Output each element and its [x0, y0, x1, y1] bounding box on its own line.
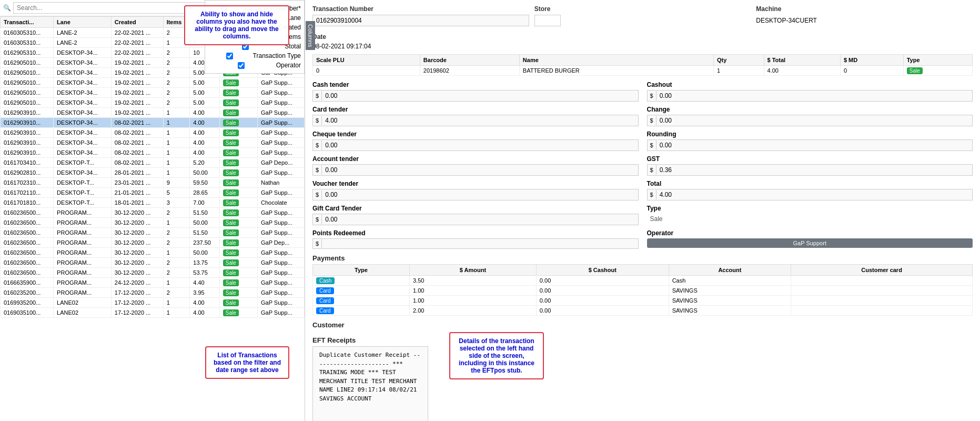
table-row[interactable]: 0162903910...DESKTOP-34...08-02-2021 ...… [1, 128, 305, 138]
created-cell: 22-02-2021 ... [111, 48, 163, 58]
lane-cell: DESKTOP-34... [54, 98, 112, 108]
total-prefix: $ [648, 190, 656, 199]
columns-tab[interactable]: Columns [306, 21, 315, 50]
operator-cell: GaP Supp... [257, 228, 304, 238]
payment-type-cell: Card [313, 296, 410, 306]
operator-button[interactable]: GaP Support [647, 238, 973, 248]
items-cell: 2 [163, 98, 190, 108]
cheque-tender-item: Cheque tender $ 0.00 [312, 131, 639, 151]
type-cell: Sale [219, 198, 257, 208]
table-row[interactable]: 0162905010...DESKTOP-34...19-02-2021 ...… [1, 98, 305, 108]
payment-type-cell: Card [313, 306, 410, 316]
operator-cell: GaP Supp... [257, 248, 304, 258]
operator-cell: GaP Dep... [257, 238, 304, 248]
table-row[interactable]: 0160236500...PROGRAM...30-12-2020 ...251… [1, 208, 305, 218]
operator-cell: GaP Supp... [257, 288, 304, 298]
transaction-id-cell: 0162905010... [1, 68, 54, 78]
stotal-cell: 3.95 [190, 288, 220, 298]
items-cell: 2 [163, 268, 190, 278]
voucher-tender-item: Voucher tender $ 0.00 [312, 180, 639, 201]
table-row[interactable]: 0160236500...PROGRAM...30-12-2020 ...213… [1, 258, 305, 268]
type-cell: Sale [219, 288, 257, 298]
stotal-cell: 5.20 [190, 158, 220, 168]
gst-value: 0.36 [656, 165, 675, 175]
table-row[interactable]: 0160236500...PROGRAM...30-12-2020 ...251… [1, 228, 305, 238]
type-cell: Sale [219, 308, 257, 318]
eft-receipts-header: EFT Receipts [312, 336, 428, 344]
items-cell: 2 [163, 238, 190, 248]
items-cell: 1 [163, 118, 190, 128]
stotal-cell: 28.65 [190, 188, 220, 198]
table-row[interactable]: 0161702310...DESKTOP-T...23-01-2021 ...9… [1, 178, 305, 188]
operator-cell: GaP Supp... [257, 98, 304, 108]
items-cell: 1 [163, 308, 190, 318]
stotal-cell: 4.40 [190, 278, 220, 288]
column-checkbox[interactable] [208, 53, 251, 59]
type-cell: Sale [219, 128, 257, 138]
created-cell: 30-12-2020 ... [111, 268, 163, 278]
created-cell: 22-02-2021 ... [111, 38, 163, 48]
table-row[interactable]: 0169035100...LANE0217-12-2020 ...14.00Sa… [1, 308, 305, 318]
created-cell: 30-12-2020 ... [111, 238, 163, 248]
table-row[interactable]: 0160236500...PROGRAM...30-12-2020 ...150… [1, 248, 305, 258]
items-table: Scale PLUBarcodeNameQty$ Total$ MDType 0… [312, 54, 973, 76]
stotal-cell: 51.50 [190, 208, 220, 218]
created-cell: 30-12-2020 ... [111, 258, 163, 268]
table-row[interactable]: 0161702110...DESKTOP-T...21-01-2021 ...5… [1, 188, 305, 198]
type-cell: Sale [219, 158, 257, 168]
table-row[interactable]: 0162903910...DESKTOP-34...08-02-2021 ...… [1, 118, 305, 128]
table-row[interactable]: 0162905010...DESKTOP-34...19-02-2021 ...… [1, 88, 305, 98]
stotal-cell: 237.50 [190, 238, 220, 248]
items-cell: BATTERED BURGER [519, 66, 713, 76]
items-column-header: Barcode [420, 55, 519, 66]
table-row[interactable]: 0162902810...DESKTOP-34...28-01-2021 ...… [1, 168, 305, 178]
operator-cell: GaP Supp... [257, 128, 304, 138]
transaction-id-cell: 0160236500... [1, 268, 54, 278]
items-cell: 0 [313, 66, 420, 76]
gst-item: GST $ 0.36 [647, 155, 973, 176]
lane-cell: LANE-2 [54, 28, 112, 38]
cheque-prefix: $ [313, 141, 322, 150]
table-row[interactable]: 0162905010...DESKTOP-34...19-02-2021 ...… [1, 78, 305, 88]
created-cell: 19-02-2021 ... [111, 78, 163, 88]
payments-header: Payments [312, 254, 973, 262]
operator-cell: GaP Supp... [257, 118, 304, 128]
stotal-cell: 7.00 [190, 198, 220, 208]
eft-receipt-text: Duplicate Customer Receipt -------------… [312, 346, 428, 421]
total-label: Total [647, 180, 973, 187]
table-row[interactable]: 0161703410...DESKTOP-T...08-02-2021 ...1… [1, 158, 305, 168]
table-column-header: Transacti... [1, 17, 54, 28]
date-value: 08-02-2021 09:17:04 [312, 43, 973, 50]
lane-cell: DESKTOP-34... [54, 168, 112, 178]
lane-cell: DESKTOP-34... [54, 68, 112, 78]
table-row[interactable]: 0162903910...DESKTOP-34...08-02-2021 ...… [1, 148, 305, 158]
stotal-cell: 50.00 [190, 218, 220, 228]
stotal-cell: 4.00 [190, 108, 220, 118]
card-tender-item: Card tender $ 4.00 [312, 106, 639, 126]
created-cell: 23-01-2021 ... [111, 178, 163, 188]
transaction-number-input[interactable] [312, 15, 529, 26]
lane-cell: PROGRAM... [54, 218, 112, 228]
payment-cell: 0.00 [536, 306, 669, 316]
column-checkbox[interactable] [208, 62, 274, 69]
table-row[interactable]: 0160236500...PROGRAM...30-12-2020 ...253… [1, 268, 305, 278]
type-cell: Sale [219, 218, 257, 228]
table-row[interactable]: 0161701810...DESKTOP-T...18-01-2021 ...3… [1, 198, 305, 208]
table-row[interactable]: 0169935200...LANE0217-12-2020 ...14.00Sa… [1, 298, 305, 308]
operator-cell: GaP Supp... [257, 168, 304, 178]
transaction-id-cell: 0169035100... [1, 308, 54, 318]
table-row[interactable]: 0160235200...PROGRAM...17-12-2020 ...23.… [1, 288, 305, 298]
table-row[interactable]: 0160236500...PROGRAM...30-12-2020 ...150… [1, 218, 305, 228]
table-row[interactable]: 0162903910...DESKTOP-34...08-02-2021 ...… [1, 138, 305, 148]
table-row[interactable]: 0160236500...PROGRAM...30-12-2020 ...223… [1, 238, 305, 248]
payment-cell [791, 286, 973, 296]
items-cell: 1 [163, 108, 190, 118]
table-column-header: Lane [54, 17, 112, 28]
table-row[interactable]: 0162903910...DESKTOP-34...19-02-2021 ...… [1, 108, 305, 118]
table-row[interactable]: 0166635900...PROGRAM...24-12-2020 ...14.… [1, 278, 305, 288]
transaction-id-cell: 0162905010... [1, 58, 54, 68]
annotation-list: List of Transactions based on the filter… [205, 346, 289, 379]
annotation-columns: Ability to show and hide columns you als… [184, 5, 289, 45]
created-cell: 17-12-2020 ... [111, 308, 163, 318]
created-cell: 30-12-2020 ... [111, 228, 163, 238]
